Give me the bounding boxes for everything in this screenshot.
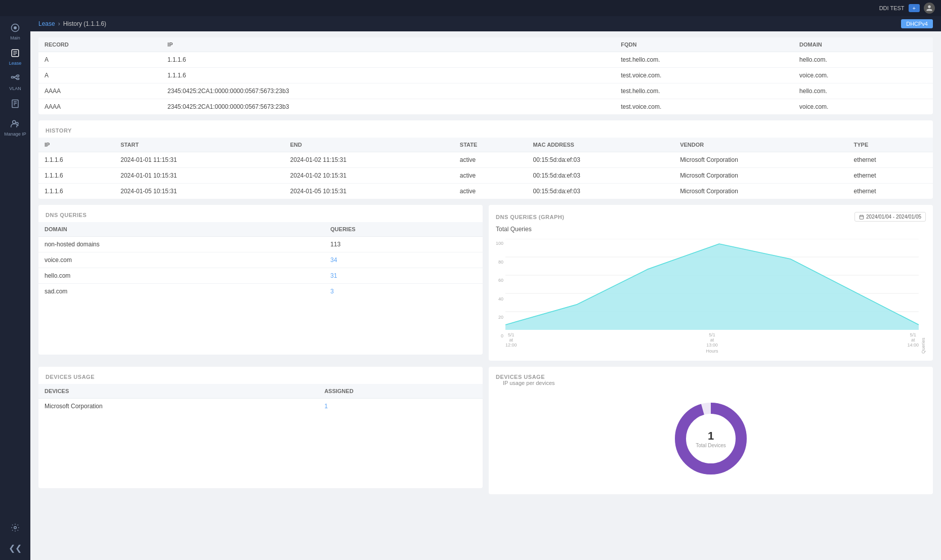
sidebar-vlan-label: VLAN xyxy=(9,86,21,91)
record-fqdn: test.voice.com. xyxy=(615,99,793,115)
history-mac: 00:15:5d:da:ef:03 xyxy=(527,184,674,199)
dhcpv4-badge[interactable]: DHCPv4 xyxy=(901,19,933,28)
subheader: Lease › History (1.1.1.6) DHCPv4 xyxy=(30,16,941,31)
record-domain: voice.com. xyxy=(793,68,933,83)
breadcrumb-lease-link[interactable]: Lease xyxy=(38,20,55,27)
record-fqdn: test.voice.com. xyxy=(615,68,793,83)
date-picker-button[interactable]: 2024/01/04 - 2024/01/05 xyxy=(854,212,926,222)
dns-query-count: 31 xyxy=(324,268,483,284)
reports-icon xyxy=(11,99,20,110)
history-end: 2024-01-05 10:15:31 xyxy=(284,184,454,199)
history-start: 2024-01-01 11:15:31 xyxy=(114,152,284,168)
history-type: ethernet xyxy=(848,168,933,184)
y-label-40: 40 xyxy=(498,296,503,301)
dns-domain: sad.com xyxy=(38,284,324,299)
dns-graph-header: DNS QUERIES (GRAPH) 2024/01/04 - 2024/01… xyxy=(496,212,926,222)
topbar-plus-button[interactable]: + xyxy=(909,4,920,12)
sidebar-item-collapse[interactable]: ❮❮ xyxy=(2,540,28,556)
svg-line-9 xyxy=(14,76,17,77)
records-col-record: RECORD xyxy=(38,37,161,52)
main-content: Lease › History (1.1.1.6) DHCPv4 RECORD … xyxy=(30,16,941,560)
record-ip: 2345:0425:2CA1:0000:0000:0567:5673:23b3 xyxy=(161,83,615,99)
donut-wrap: 1 Total Devices xyxy=(670,398,751,479)
dns-graph-title: DNS QUERIES (GRAPH) xyxy=(496,214,564,220)
history-col-state: STATE xyxy=(454,138,527,152)
table-row: A 1.1.1.6 test.hello.com. hello.com. xyxy=(38,52,933,68)
history-state: active xyxy=(454,184,527,199)
record-type: AAAA xyxy=(38,83,161,99)
dns-graph-subtitle: Total Queries xyxy=(496,226,926,233)
record-type: A xyxy=(38,52,161,68)
record-fqdn: test.hello.com. xyxy=(615,52,793,68)
avatar xyxy=(924,3,935,14)
table-row: non-hosted domains 113 xyxy=(38,237,483,252)
records-col-domain: DOMAIN xyxy=(793,37,933,52)
history-end: 2024-01-02 11:15:31 xyxy=(284,152,454,168)
topbar-label: DDI TEST xyxy=(879,5,905,11)
records-card: RECORD IP FQDN DOMAIN A 1.1.1.6 test.hel… xyxy=(38,37,933,114)
svg-line-10 xyxy=(14,77,17,79)
sidebar-item-vlan[interactable]: VLAN xyxy=(2,71,28,94)
devices-usage-table: DEVICES ASSIGNED Microsoft Corporation 1 xyxy=(38,384,483,414)
device-name: Microsoft Corporation xyxy=(38,399,318,414)
breadcrumb-current: History (1.1.1.6) xyxy=(63,20,106,27)
x-label-3: 5/1at14:00 xyxy=(907,332,919,348)
y-label-20: 20 xyxy=(498,315,503,320)
svg-rect-18 xyxy=(860,215,864,219)
x-label-1: 5/1at12:00 xyxy=(505,332,517,348)
dns-domain: voice.com xyxy=(38,252,324,268)
svg-rect-8 xyxy=(17,78,19,79)
record-domain: hello.com. xyxy=(793,83,933,99)
device-assigned: 1 xyxy=(318,399,483,414)
devices-usage-title: DEVICES USAGE xyxy=(38,367,483,384)
record-domain: voice.com. xyxy=(793,99,933,115)
table-row: AAAA 2345:0425:2CA1:0000:0000:0567:5673:… xyxy=(38,99,933,115)
sidebar-item-main[interactable]: Main xyxy=(2,20,28,44)
sidebar-bottom: ❮❮ xyxy=(2,520,28,556)
history-table: IP START END STATE MAC ADDRESS VENDOR TY… xyxy=(38,138,933,199)
history-col-ip: IP xyxy=(38,138,114,152)
history-end: 2024-01-02 10:15:31 xyxy=(284,168,454,184)
svg-rect-7 xyxy=(17,75,19,76)
dns-query-count: 3 xyxy=(324,284,483,299)
manage-ip-icon xyxy=(11,119,20,131)
content-area: RECORD IP FQDN DOMAIN A 1.1.1.6 test.hel… xyxy=(30,31,941,560)
date-range-label: 2024/01/04 - 2024/01/05 xyxy=(866,214,921,220)
sidebar-item-settings[interactable] xyxy=(2,520,28,538)
record-ip: 1.1.1.6 xyxy=(161,52,615,68)
dns-query-count: 34 xyxy=(324,252,483,268)
history-type: ethernet xyxy=(848,152,933,168)
history-mac: 00:15:5d:da:ef:03 xyxy=(527,152,674,168)
sidebar-item-reports[interactable] xyxy=(2,96,28,114)
y-label-60: 60 xyxy=(498,278,503,283)
settings-icon xyxy=(11,523,20,534)
sidebar-lease-label: Lease xyxy=(9,61,22,66)
sidebar-item-lease[interactable]: Lease xyxy=(2,46,28,69)
sidebar-manage-ip-label: Manage IP xyxy=(4,132,26,137)
table-row: hello.com 31 xyxy=(38,268,483,284)
history-card: HISTORY IP START END STATE MAC ADDRESS V… xyxy=(38,120,933,199)
history-title: HISTORY xyxy=(38,120,933,138)
history-state: active xyxy=(454,152,527,168)
table-row: Microsoft Corporation 1 xyxy=(38,399,483,414)
devices-col-assigned: ASSIGNED xyxy=(318,384,483,399)
dns-section: DNS QUERIES DOMAIN QUERIES non-hosted do… xyxy=(38,205,933,361)
svg-point-15 xyxy=(13,120,16,123)
table-row: 1.1.1.6 2024-01-05 10:15:31 2024-01-05 1… xyxy=(38,184,933,199)
table-row: voice.com 34 xyxy=(38,252,483,268)
record-ip: 1.1.1.6 xyxy=(161,68,615,83)
history-state: active xyxy=(454,168,527,184)
x-label-2: 5/1at13:00 xyxy=(706,332,718,348)
record-type: A xyxy=(38,68,161,83)
records-col-ip: IP xyxy=(161,37,615,52)
devices-donut-card: DEVICES USAGE IP usage per devices xyxy=(489,367,933,494)
sidebar-item-manage-ip[interactable]: Manage IP xyxy=(2,116,28,140)
table-row: 1.1.1.6 2024-01-01 11:15:31 2024-01-02 1… xyxy=(38,152,933,168)
dns-graph-card: DNS QUERIES (GRAPH) 2024/01/04 - 2024/01… xyxy=(489,205,933,361)
history-col-start: START xyxy=(114,138,284,152)
records-col-fqdn: FQDN xyxy=(615,37,793,52)
table-row: AAAA 2345:0425:2CA1:0000:0000:0567:5673:… xyxy=(38,83,933,99)
history-ip: 1.1.1.6 xyxy=(38,168,114,184)
y-label-100: 100 xyxy=(496,241,503,246)
history-type: ethernet xyxy=(848,184,933,199)
